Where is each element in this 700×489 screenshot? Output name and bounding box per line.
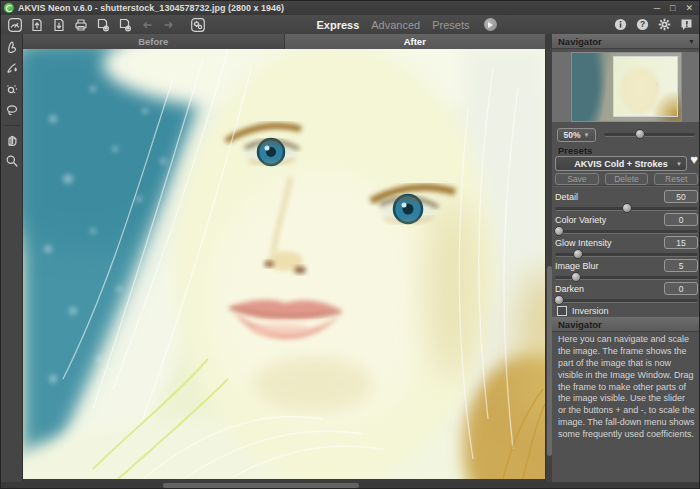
navigator-thumbnail-zone [552,52,700,122]
title-bar[interactable]: AKVIS Neon v.6.0 - shutterstock_13045787… [1,1,700,15]
darken-slider-thumb[interactable] [554,295,564,305]
import-presets-icon[interactable] [94,17,111,32]
save-button[interactable]: Save [555,173,599,185]
export-presets-icon[interactable] [116,17,133,32]
akvis-logo-icon [4,3,14,13]
glow-intensity-slider[interactable] [555,253,698,257]
zoom-value-dropdown[interactable]: 50%▼ [557,128,596,142]
smudge-tool-icon[interactable] [3,38,21,56]
run-play-icon[interactable] [484,18,497,31]
hints-text: Here you can navigate and scale the imag… [558,334,695,441]
delete-button[interactable]: Delete [605,173,649,185]
undo-icon[interactable] [138,17,155,32]
chevron-down-icon: ▼ [676,161,682,167]
image-blur-value[interactable]: 5 [664,259,698,272]
inversion-checkbox[interactable] [557,306,567,316]
mode-advanced[interactable]: Advanced [371,19,420,31]
navigator-thumbnail[interactable] [571,52,682,122]
zoom-slider[interactable] [604,133,695,137]
svg-text:?: ? [640,19,645,29]
tool-column [1,34,23,482]
param-detail: Detail50 [555,190,698,213]
param-glow-intensity: Glow Intensity15 [555,236,698,259]
preset-dropdown[interactable]: AKVIS Cold + Strokes ▼ [555,156,687,171]
horizontal-scrollbar[interactable] [1,482,700,489]
color-variety-slider-thumb[interactable] [554,226,564,236]
info-icon[interactable] [612,17,629,32]
parameter-sliders: Detail50 Color Variety0 Glow Intensity15… [555,190,698,305]
chevron-down-icon: ▼ [584,132,590,138]
preset-buttons: Save Delete Reset [555,173,698,185]
image-blur-slider[interactable] [555,276,698,280]
separator [552,185,700,187]
view-tabs: Before After [23,34,545,49]
detail-value[interactable]: 50 [664,190,698,203]
navigator-view-frame[interactable] [613,56,677,116]
history-brush-icon[interactable] [3,59,21,77]
param-color-variety: Color Variety0 [555,213,698,236]
zoom-slider-thumb[interactable] [635,129,645,139]
mode-express[interactable]: Express [316,19,359,31]
param-image-blur: Image Blur5 [555,259,698,282]
maximize-button[interactable]: □ [670,4,675,13]
color-variety-value[interactable]: 0 [664,213,698,226]
mode-presets[interactable]: Presets [432,19,469,31]
feedback-icon[interactable] [678,17,695,32]
image-canvas[interactable] [23,49,545,479]
glow-intensity-slider-thumb[interactable] [573,249,583,259]
lasso-tool-icon[interactable] [3,101,21,119]
tab-after[interactable]: After [285,34,546,49]
horizontal-scrollbar-thumb[interactable] [163,483,359,488]
glow-intensity-value[interactable]: 15 [664,236,698,249]
navigator-header[interactable]: Navigator ▼ [552,34,700,49]
preferences-icon[interactable] [656,17,673,32]
chevron-down-icon[interactable]: ▼ [688,38,700,45]
settings-panel: Navigator ▼ 50%▼ Presets AKVIS Cold + St… [552,34,700,482]
toolbar: Express Advanced Presets ? [1,15,700,34]
help-icon[interactable]: ? [634,17,651,32]
hints-header: Navigator [552,317,700,332]
presets-label: Presets [558,145,592,156]
darken-slider[interactable] [555,299,698,303]
glow-brush-icon[interactable] [3,80,21,98]
detail-slider[interactable] [555,207,698,211]
minimize-button[interactable]: ─ [654,4,660,13]
window-title: AKVIS Neon v.6.0 - shutterstock_13045787… [18,3,284,13]
param-darken: Darken0 [555,282,698,305]
close-button[interactable]: ✕ [685,4,693,13]
zoom-controls: 50%▼ [552,128,700,142]
batch-processing-icon[interactable] [189,17,206,32]
print-icon[interactable] [72,17,89,32]
color-variety-slider[interactable] [555,230,698,234]
redo-icon[interactable] [160,17,177,32]
workspace-gauge-icon[interactable] [6,17,23,32]
open-image-icon[interactable] [28,17,45,32]
detail-slider-thumb[interactable] [622,203,632,213]
heart-icon[interactable]: ♥ [690,153,698,166]
tool-separator [4,125,20,126]
tab-before[interactable]: Before [23,34,285,49]
reset-button[interactable]: Reset [654,173,698,185]
akvis-neon-window: AKVIS Neon v.6.0 - shutterstock_13045787… [0,0,700,489]
darken-value[interactable]: 0 [664,282,698,295]
zoom-tool-icon[interactable] [3,152,21,170]
save-image-icon[interactable] [50,17,67,32]
hand-tool-icon[interactable] [3,131,21,149]
image-blur-slider-thumb[interactable] [571,272,581,282]
inversion-option[interactable]: Inversion [557,306,609,316]
vertical-scrollbar[interactable] [545,49,552,482]
mode-menu: Express Advanced Presets [316,18,496,31]
